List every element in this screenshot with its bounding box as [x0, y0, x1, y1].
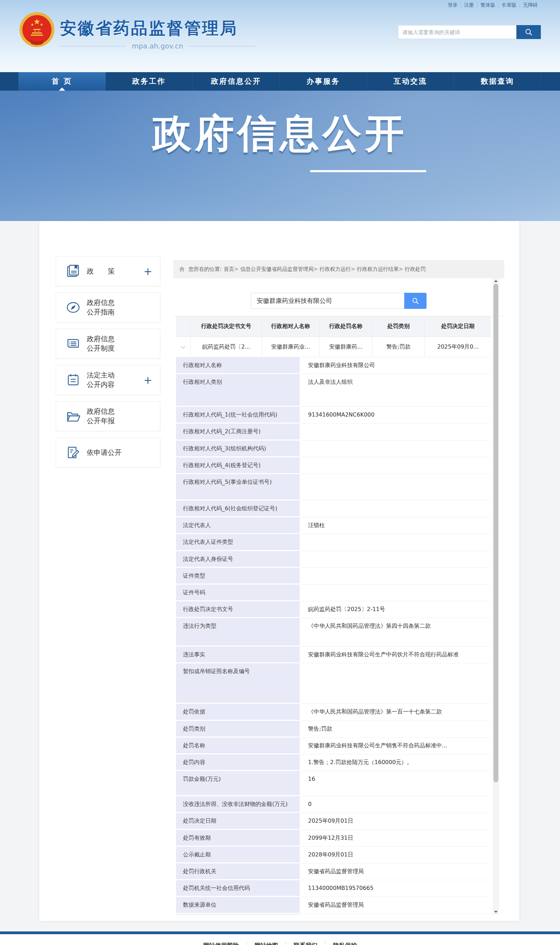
detail-row: 没收违法所得、没收非法财物的金额(万元) 0 — [176, 796, 491, 813]
detail-row: 数据来源单位 安徽省药品监督管理局 — [176, 897, 491, 914]
detail-value: 2028年09月01日 — [300, 847, 491, 863]
main-nav: 首 页 政务工作 政府信息公开 办事服务 互动交流 数据查询 — [0, 72, 560, 91]
detail-row: 处罚内容 1.警告；2.罚款拾陆万元（160000元）。 — [176, 754, 491, 771]
detail-value — [300, 551, 491, 568]
detail-value — [300, 585, 491, 601]
breadcrumb-link[interactable]: 行政处罚 — [398, 266, 426, 272]
detail-row: 行政处罚决定书文号 皖药监药处罚〔2025〕2-11号 — [176, 601, 491, 618]
detail-label: 处罚决定日期 — [176, 813, 300, 830]
detail-value: 11340000MB19570665 — [300, 880, 491, 897]
detail-label: 违法事实 — [176, 646, 300, 663]
rules-list-icon — [65, 336, 81, 352]
detail-label: 行政相对人代码_4(税务登记号) — [176, 457, 300, 474]
detail-label: 行政相对人代码_1(统一社会信用代码) — [176, 407, 300, 423]
top-utility-link[interactable]: 长辈版 — [498, 2, 520, 8]
detail-value — [300, 423, 491, 440]
top-utility-link[interactable]: 登录 — [445, 2, 461, 8]
detail-value: 1.警告；2.罚款拾陆万元（160000元）。 — [300, 754, 491, 771]
nav-tab-interaction[interactable]: 互动交流 — [367, 72, 454, 91]
detail-row: 证件类型 — [176, 568, 491, 585]
scroll-up-arrow-icon[interactable] — [493, 278, 499, 284]
breadcrumb-link[interactable]: 行政权力运行结果 — [351, 266, 398, 272]
nav-tab-info-disclosure[interactable]: 政府信息公开 — [193, 72, 280, 91]
footer-link[interactable]: 联系我们 — [286, 942, 325, 945]
top-utility-link[interactable]: 注册 — [461, 2, 477, 8]
footer-accent-bar — [0, 931, 560, 934]
detail-label: 公示截止期 — [176, 847, 300, 863]
site-header: 登录注册繁体版长辈版无障碍 安徽省药品监督管理局 mpa.ah.gov.cn — [0, 0, 560, 72]
cell-party-name: 安徽群康药业... — [262, 337, 320, 357]
sidebar-item-disclosure-guide[interactable]: 政府信息 公开指南 — [56, 292, 160, 322]
detail-value: 2025年09月01日 — [300, 813, 491, 830]
breadcrumb-trail: 首页信息公开安徽省药品监督管理局行政权力运行行政权力运行结果行政处罚 — [224, 266, 426, 272]
nav-tab-home[interactable]: 首 页 — [18, 72, 106, 91]
footer-link[interactable]: 网站地图 — [246, 942, 286, 945]
expand-plus-icon[interactable]: + — [143, 374, 152, 386]
breadcrumb-prefix: 您所在的位置: — [189, 266, 222, 272]
nav-tab-government-work[interactable]: 政务工作 — [106, 72, 193, 91]
detail-value: 《中华人民共和国药品管理法》第四十四条第二款 — [300, 618, 491, 646]
detail-row: 暂扣或吊销证照名称及编号 — [176, 663, 491, 704]
breadcrumb: 您所在的位置: 首页信息公开安徽省药品监督管理局行政权力运行行政权力运行结果行政… — [173, 260, 504, 278]
detail-row: 行政相对人代码_2(工商注册号) — [176, 423, 491, 440]
footer-link[interactable]: 网站使用帮助 — [195, 942, 246, 945]
sidebar-item-disclosure-on-request[interactable]: 依申请公开 — [56, 437, 160, 468]
detail-label: 罚款金额(万元) — [176, 771, 300, 796]
breadcrumb-link[interactable]: 首页 — [224, 266, 234, 272]
sidebar-item-annual-report[interactable]: 政府信息 公开年报 — [56, 401, 160, 431]
detail-label: 法定代表人 — [176, 517, 300, 534]
record-search-input[interactable] — [251, 293, 404, 309]
detail-row: 处罚依据 《中华人民共和国药品管理法》第一百一十七条第二款 — [176, 704, 491, 720]
collapse-chevron-icon[interactable] — [176, 337, 191, 357]
breadcrumb-link[interactable]: 信息公开安徽省药品监督管理局 — [234, 266, 313, 272]
detail-value: 2099年12月31日 — [300, 830, 491, 847]
detail-label: 行政相对人类别 — [176, 374, 300, 407]
top-utility-link[interactable]: 无障碍 — [520, 2, 541, 8]
page-banner: 政府信息公开 — [0, 91, 560, 221]
detail-value: 安徽群康药业科技有限公司 — [300, 357, 491, 374]
home-icon — [179, 266, 185, 272]
detail-label: 处罚类别 — [176, 721, 300, 737]
nav-tab-services[interactable]: 办事服务 — [280, 72, 367, 91]
sidebar: 政 策 + 政府信息 公开指南 — [56, 256, 160, 474]
detail-value — [300, 568, 491, 585]
cell-penalty-name: 安徽群康药... — [320, 337, 372, 357]
detail-row: 违法事实 安徽群康药业科技有限公司生产中药饮片不符合现行药品标准 — [176, 646, 491, 663]
column-header: 处罚类别 — [372, 316, 425, 337]
sidebar-item-disclosure-rules[interactable]: 政府信息 公开制度 — [56, 329, 160, 359]
detail-value: 安徽省药品监督管理局 — [300, 863, 491, 880]
sidebar-item-statutory-disclosure[interactable]: 法定主动 公开内容 + — [56, 365, 160, 395]
sidebar-item-policy[interactable]: 政 策 + — [56, 256, 160, 286]
footer-link[interactable]: 隐私保护 — [325, 942, 365, 945]
record-search-button[interactable] — [404, 293, 426, 309]
detail-row: 法定代表人证件类型 — [176, 534, 491, 551]
breadcrumb-link[interactable]: 行政权力运行 — [313, 266, 351, 272]
content-scrollbar[interactable] — [493, 278, 499, 915]
main-card: 政 策 + 政府信息 公开指南 — [39, 221, 519, 921]
detail-value — [300, 500, 491, 517]
sidebar-item-label: 政府信息 公开年报 — [87, 407, 115, 426]
detail-label: 行政相对人代码_6(社会组织登记证号) — [176, 500, 300, 517]
expand-plus-icon[interactable]: + — [143, 265, 152, 277]
policy-book-icon — [65, 263, 81, 279]
scrollbar-thumb[interactable] — [494, 284, 498, 782]
sidebar-item-label: 依申请公开 — [87, 448, 122, 457]
header-search-input[interactable] — [398, 25, 517, 39]
detail-value: 皖药监药处罚〔2025〕2-11号 — [300, 601, 491, 618]
summary-data-row[interactable]: 皖药监药处罚〔2... 安徽群康药业... 安徽群康药... 警告;罚款 202… — [176, 337, 491, 357]
detail-value: 11340000MB19570665 — [300, 914, 491, 915]
compass-icon — [65, 299, 81, 316]
detail-value: 法人及非法人组织 — [300, 374, 491, 407]
detail-label: 法定代表人证件类型 — [176, 534, 300, 551]
top-utility-link[interactable]: 繁体版 — [477, 2, 498, 8]
detail-row: 处罚名称 安徽群康药业科技有限公司生产销售不符合药品标准中... — [176, 737, 491, 754]
search-icon — [525, 28, 532, 36]
detail-value — [300, 474, 491, 500]
detail-row: 数据来源单位统一社会信用代码 11340000MB19570665 — [176, 914, 491, 915]
nav-tab-data-query[interactable]: 数据查询 — [454, 72, 541, 91]
header-search-button[interactable] — [517, 25, 541, 39]
detail-value — [300, 663, 491, 704]
column-header: 行政处罚决定书文号 — [191, 316, 262, 337]
scroll-down-arrow-icon[interactable] — [493, 909, 499, 915]
detail-label: 证件类型 — [176, 568, 300, 585]
